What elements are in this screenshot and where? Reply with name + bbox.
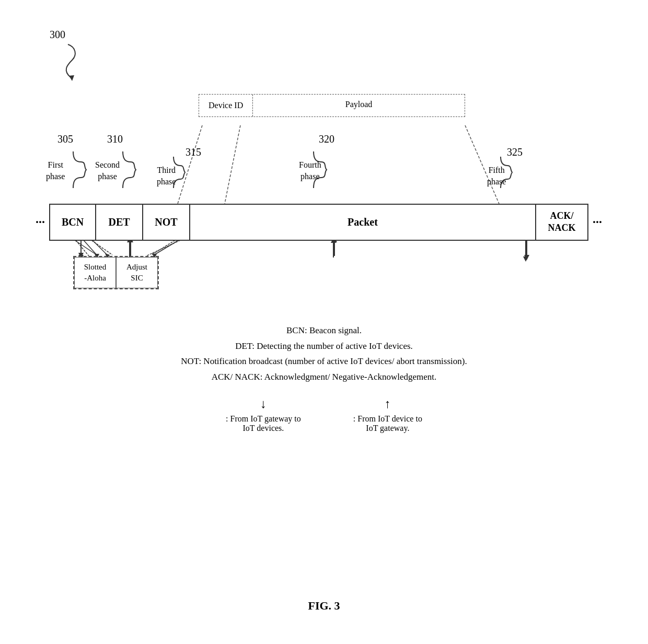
svg-line-1 (178, 125, 202, 204)
svg-line-16 (73, 239, 97, 255)
device-id-label: Device ID (199, 95, 253, 116)
up-arrow-symbol: ↑ (385, 397, 391, 411)
cell-det: DET (96, 204, 143, 241)
svg-marker-30 (523, 256, 528, 262)
label-305: Firstphase (46, 159, 65, 183)
cell-not: NOT (143, 204, 190, 241)
svg-line-10 (84, 240, 97, 255)
arrow-legend: ↓ : From IoT gateway toIoT devices. ↑ : … (141, 397, 507, 433)
ref-310: 310 (107, 133, 123, 145)
label-325: Fifthphase (487, 165, 506, 188)
ref-315: 315 (186, 146, 201, 158)
ack-nack-label: ACK/NACK (548, 210, 576, 235)
ref-320: 320 (319, 133, 334, 145)
sub-boxes: Slotted-Aloha AdjustSIC (73, 256, 159, 289)
down-arrow-symbol: ↓ (260, 397, 267, 411)
legend: BCN: Beacon signal. DET: Detecting the n… (89, 324, 559, 385)
adjust-sic-box: AdjustSIC (116, 257, 158, 288)
timeline-row: ··· BCN DET NOT Packet ACK/NACK ··· (31, 204, 606, 241)
label-320: Fourthphase (299, 159, 321, 183)
ref-305: 305 (57, 133, 73, 145)
down-arrow-legend-item: ↓ : From IoT gateway toIoT devices. (226, 397, 301, 433)
legend-bcn: BCN: Beacon signal. (89, 324, 559, 337)
payload-box: Device ID Payload (199, 94, 465, 117)
svg-line-9 (146, 240, 180, 256)
svg-line-23 (154, 239, 180, 255)
ref-300: 300 (50, 29, 65, 41)
diagram-container: 300 Device ID Payload 305 Firstphase 310… (0, 0, 648, 644)
svg-marker-15 (524, 255, 529, 260)
svg-line-25 (91, 239, 107, 255)
svg-line-6 (76, 240, 89, 256)
legend-det: DET: Detecting the number of active IoT … (89, 339, 559, 353)
figure-number: FIG. 3 (308, 599, 340, 613)
svg-line-3 (225, 125, 240, 204)
svg-marker-0 (69, 75, 74, 81)
up-arrow-legend-item: ↑ : From IoT device toIoT gateway. (353, 397, 422, 433)
dots-right: ··· (588, 204, 606, 241)
payload-label: Payload (253, 95, 465, 116)
legend-ack: ACK/ NACK: Acknowledgment/ Negative-Ackn… (89, 370, 559, 384)
svg-line-18 (152, 240, 175, 255)
up-arrow-text: : From IoT device toIoT gateway. (353, 414, 422, 433)
label-310: Secondphase (95, 159, 120, 183)
legend-not: NOT: Notification broadcast (number of a… (89, 355, 559, 368)
ref-325: 325 (507, 146, 523, 158)
cell-ack: ACK/NACK (536, 204, 588, 241)
cell-bcn: BCN (49, 204, 96, 241)
slotted-aloha-box: Slotted-Aloha (74, 257, 116, 288)
cell-packet: Packet (190, 204, 536, 241)
svg-line-17 (91, 240, 112, 255)
label-315: Thirdphase (157, 165, 176, 188)
down-arrow-text: : From IoT gateway toIoT devices. (226, 414, 301, 433)
dots-left: ··· (31, 204, 49, 241)
